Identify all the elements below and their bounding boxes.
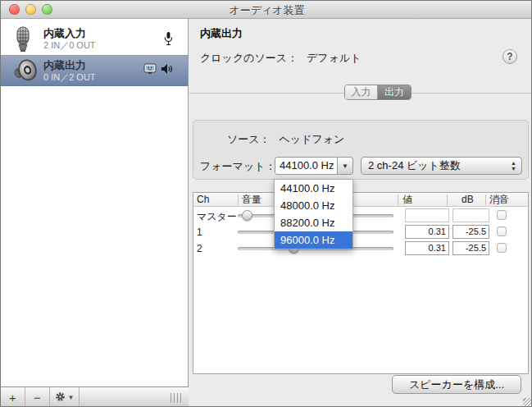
sample-rate-menu: 44100.0 Hz 48000.0 Hz 88200.0 Hz 96000.0… bbox=[274, 179, 353, 249]
device-sidebar: 内蔵入力 2 IN／0 OUT bbox=[1, 19, 189, 407]
col-volume: 音量 bbox=[242, 193, 261, 207]
microphone-icon bbox=[12, 26, 34, 55]
source-value: ヘッドフォン bbox=[279, 133, 344, 145]
clock-source-row: クロックのソース： デフォルト bbox=[200, 51, 361, 66]
audio-devices-window: オーディオ装置 内蔵入力 2 IN／0 OUT bbox=[0, 0, 532, 407]
format-label: フォーマット： bbox=[200, 159, 276, 174]
stream-settings-group: ソース： ヘッドフォン フォーマット： 44100.0 Hz ▼ 2 ch-24… bbox=[193, 120, 529, 180]
channel-label: 2 bbox=[197, 243, 202, 254]
device-channels: 2 IN／0 OUT bbox=[43, 40, 96, 51]
titlebar[interactable]: オーディオ装置 bbox=[1, 1, 532, 19]
device-name: 内蔵入力 bbox=[43, 26, 96, 40]
table-row-master: マスター bbox=[193, 208, 528, 224]
default-input-mic-icon bbox=[164, 31, 173, 48]
col-mute: 消音 bbox=[489, 193, 509, 207]
db-field[interactable]: -25.5 bbox=[452, 241, 489, 255]
io-tabs: 入力 出力 bbox=[344, 85, 412, 100]
help-button[interactable]: ? bbox=[502, 49, 517, 64]
window-resize-grip[interactable] bbox=[523, 398, 531, 406]
channel-label: 1 bbox=[197, 226, 202, 238]
add-device-button[interactable]: + bbox=[1, 387, 25, 407]
slider-knob[interactable] bbox=[242, 210, 252, 221]
mute-checkbox[interactable] bbox=[497, 226, 507, 236]
menu-item-96000[interactable]: 96000.0 Hz bbox=[275, 231, 352, 249]
sidebar-item-built-in-output[interactable]: 内蔵出力 0 IN／2 OUT bbox=[1, 55, 188, 86]
splitter-grip[interactable] bbox=[171, 393, 182, 403]
sample-rate-combo[interactable]: 44100.0 Hz bbox=[275, 157, 338, 175]
bit-depth-popup[interactable]: 2 ch-24 ビット整数 ▲▼ bbox=[361, 157, 522, 175]
remove-device-button[interactable]: − bbox=[25, 387, 50, 407]
channel-mixer-table: Ch 音量 値 dB 消音 マスター bbox=[193, 192, 529, 374]
default-output-speaker-icon bbox=[161, 63, 173, 77]
sidebar-item-built-in-input[interactable]: 内蔵入力 2 IN／0 OUT bbox=[1, 24, 188, 55]
mute-checkbox[interactable] bbox=[497, 243, 507, 253]
system-alert-output-icon bbox=[143, 63, 157, 77]
tab-output[interactable]: 出力 bbox=[378, 85, 411, 99]
tab-input[interactable]: 入力 bbox=[345, 85, 378, 99]
mute-checkbox[interactable] bbox=[497, 210, 507, 220]
updown-arrows-icon: ▲▼ bbox=[511, 160, 516, 171]
action-menu-button[interactable]: ▼ bbox=[50, 387, 80, 407]
chevron-down-icon: ▼ bbox=[68, 394, 75, 401]
output-detail-pane: 内蔵出力 クロックのソース： デフォルト ? 入力 出力 ソース： ヘッドフォン… bbox=[189, 19, 532, 407]
value-field[interactable]: 0.31 bbox=[405, 241, 449, 255]
pane-title: 内蔵出力 bbox=[200, 26, 243, 41]
configure-speakers-button[interactable]: スピーカーを構成... bbox=[392, 375, 521, 394]
source-label: ソース： bbox=[227, 133, 271, 145]
table-row-ch1: 1 0.31 -25.5 bbox=[193, 224, 528, 240]
col-db: dB bbox=[462, 193, 474, 207]
table-header: Ch 音量 値 dB 消音 bbox=[193, 193, 528, 207]
value-field[interactable]: 0.31 bbox=[405, 225, 449, 239]
device-name: 内蔵出力 bbox=[43, 58, 96, 72]
value-field[interactable] bbox=[405, 208, 449, 222]
table-row-ch2: 2 0.31 -25.5 bbox=[193, 240, 528, 257]
db-field[interactable]: -25.5 bbox=[452, 225, 489, 239]
clock-source-value: デフォルト bbox=[307, 52, 361, 64]
clock-source-label: クロックのソース： bbox=[200, 52, 298, 64]
sample-rate-combo-arrow[interactable]: ▼ bbox=[338, 157, 353, 175]
col-ch: Ch bbox=[197, 193, 209, 207]
channel-label: マスター bbox=[197, 210, 237, 224]
gear-icon bbox=[55, 391, 66, 405]
device-channels: 0 IN／2 OUT bbox=[43, 72, 96, 83]
db-field[interactable] bbox=[452, 208, 489, 222]
col-value: 値 bbox=[402, 193, 412, 207]
menu-item-48000[interactable]: 48000.0 Hz bbox=[275, 197, 352, 214]
menu-item-88200[interactable]: 88200.0 Hz bbox=[275, 214, 352, 231]
speaker-icon bbox=[12, 58, 40, 87]
chevron-down-icon: ▼ bbox=[342, 162, 348, 170]
menu-item-44100[interactable]: 44100.0 Hz bbox=[275, 180, 352, 197]
sidebar-toolbar: + − ▼ bbox=[1, 386, 189, 407]
window-title: オーディオ装置 bbox=[1, 3, 532, 18]
